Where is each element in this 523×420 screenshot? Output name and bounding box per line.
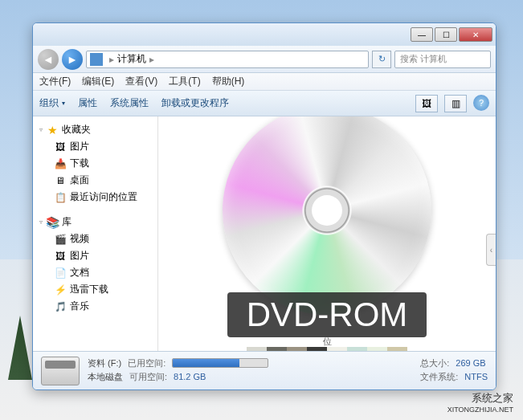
forward-button[interactable]: ► <box>62 49 83 70</box>
strip-label: 位 <box>323 336 332 348</box>
used-space-label: 已用空间: <box>128 357 165 369</box>
watermark: 系统之家 XITONGZHIJIA.NET <box>447 391 513 414</box>
preview-handle[interactable]: ‹ <box>486 234 496 266</box>
panel-icon: ▥ <box>451 98 460 109</box>
sidebar-item-thunder[interactable]: ⚡ 迅雷下载 <box>36 281 154 298</box>
organize-button[interactable]: 组织 <box>39 96 65 110</box>
drive-icon <box>41 357 80 385</box>
menu-help[interactable]: 帮助(H) <box>212 75 245 88</box>
maximize-button[interactable]: ☐ <box>435 27 457 42</box>
sidebar-item-label: 图片 <box>70 140 89 153</box>
sidebar-item-documents[interactable]: 📄 文档 <box>36 264 154 281</box>
sidebar-item-label: 迅雷下载 <box>70 283 108 296</box>
space-progress <box>172 358 268 368</box>
drive-name: 资料 (F:) <box>88 357 121 369</box>
uninstall-button[interactable]: 卸载或更改程序 <box>161 96 229 110</box>
sidebar-item-label: 音乐 <box>70 300 89 313</box>
sidebar-item-label: 最近访问的位置 <box>70 190 137 204</box>
document-icon: 📄 <box>54 267 67 279</box>
search-placeholder: 搜索 计算机 <box>400 53 447 65</box>
sidebar: ▿ ★ 收藏夹 🖼 图片 📥 下载 🖥 桌面 📋 <box>33 116 158 351</box>
sidebar-item-label: 图片 <box>70 249 89 263</box>
menu-tools[interactable]: 工具(T) <box>169 75 200 88</box>
breadcrumb-sep: ▸ <box>149 54 154 65</box>
sidebar-item-label: 视频 <box>70 232 89 246</box>
view-mode-button[interactable]: 🖼 <box>415 95 438 112</box>
breadcrumb-sep: ▸ <box>109 54 114 65</box>
properties-button[interactable]: 属性 <box>78 96 97 110</box>
total-size-value: 269 GB <box>456 358 485 368</box>
music-icon: 🎵 <box>54 300 67 313</box>
sidebar-item-recent[interactable]: 📋 最近访问的位置 <box>36 189 154 206</box>
preview-pane-button[interactable]: ▥ <box>444 95 467 112</box>
filesystem-label: 文件系统: <box>420 371 458 383</box>
sidebar-item-pictures[interactable]: 🖼 图片 <box>36 138 154 155</box>
toolbar: 组织 属性 系统属性 卸载或更改程序 🖼 ▥ ? <box>33 91 496 116</box>
watermark-title: 系统之家 <box>472 392 513 404</box>
menu-bar: 文件(F) 编辑(E) 查看(V) 工具(T) 帮助(H) <box>33 73 496 91</box>
star-icon: ★ <box>46 124 59 137</box>
sidebar-libraries-header[interactable]: ▿ 📚 库 <box>36 214 154 230</box>
close-button[interactable]: ✕ <box>459 27 492 42</box>
sidebar-item-music[interactable]: 🎵 音乐 <box>36 298 154 315</box>
nav-bar: ◄ ► ▸ 计算机 ▸ ↻ 搜索 计算机 <box>33 46 496 73</box>
back-button[interactable]: ◄ <box>38 49 59 70</box>
search-input[interactable]: 搜索 计算机 <box>394 51 491 68</box>
sidebar-item-label: 桌面 <box>70 173 89 187</box>
address-location: 计算机 <box>117 52 146 66</box>
desktop-icon: 🖥 <box>54 174 67 187</box>
expand-icon: ▿ <box>39 126 43 133</box>
watermark-url: XITONGZHIJIA.NET <box>447 406 513 414</box>
menu-edit[interactable]: 编辑(E) <box>82 75 114 88</box>
picture-icon: 🖼 <box>422 98 431 109</box>
sidebar-favorites-header[interactable]: ▿ ★ 收藏夹 <box>36 121 154 138</box>
content-area: ▿ ★ 收藏夹 🖼 图片 📥 下载 🖥 桌面 📋 <box>33 116 496 351</box>
status-bar: 资料 (F:) 已用空间: 本地磁盘 可用空间: 81.2 GB 总大小: 26… <box>33 351 496 389</box>
expand-icon: ▿ <box>39 218 43 226</box>
titlebar: — ☐ ✕ <box>33 23 496 46</box>
menu-file[interactable]: 文件(F) <box>39 75 71 88</box>
free-space-label: 可用空间: <box>129 371 167 383</box>
sidebar-item-downloads[interactable]: 📥 下载 <box>36 155 154 172</box>
sidebar-item-desktop[interactable]: 🖥 桌面 <box>36 172 154 189</box>
minimize-button[interactable]: — <box>411 27 433 42</box>
menu-view[interactable]: 查看(V) <box>125 75 157 88</box>
dvd-rom-item[interactable]: DVD-ROM 位 <box>223 116 431 351</box>
address-bar[interactable]: ▸ 计算机 ▸ <box>86 51 369 68</box>
recent-icon: 📋 <box>54 191 67 204</box>
thunder-icon: ⚡ <box>54 283 67 296</box>
download-icon: 📥 <box>54 157 67 170</box>
sidebar-item-videos[interactable]: 🎬 视频 <box>36 230 154 247</box>
refresh-button[interactable]: ↻ <box>372 51 391 68</box>
main-view: DVD-ROM 位 ‹ <box>158 116 496 351</box>
free-space-value: 81.2 GB <box>174 372 206 381</box>
library-icon: 📚 <box>46 216 59 229</box>
total-size-label: 总大小: <box>420 357 449 369</box>
disc-icon <box>223 116 431 315</box>
computer-icon <box>90 53 103 66</box>
sidebar-item-lib-pictures[interactable]: 🖼 图片 <box>36 247 154 264</box>
sidebar-item-label: 下载 <box>70 157 89 170</box>
help-button[interactable]: ? <box>473 95 489 111</box>
pictures-icon: 🖼 <box>54 141 67 153</box>
pictures-icon: 🖼 <box>54 250 67 263</box>
explorer-window: — ☐ ✕ ◄ ► ▸ 计算机 ▸ ↻ 搜索 计算机 文件(F) 编辑(E) 查… <box>32 22 496 390</box>
drive-type: 本地磁盘 <box>88 371 123 383</box>
favorites-label: 收藏夹 <box>62 123 91 137</box>
video-icon: 🎬 <box>54 233 67 246</box>
sidebar-item-label: 文档 <box>70 266 89 279</box>
libraries-label: 库 <box>62 215 72 229</box>
dvd-label: DVD-ROM <box>227 292 427 337</box>
system-properties-button[interactable]: 系统属性 <box>110 96 149 110</box>
filesystem-value: NTFS <box>464 372 488 381</box>
